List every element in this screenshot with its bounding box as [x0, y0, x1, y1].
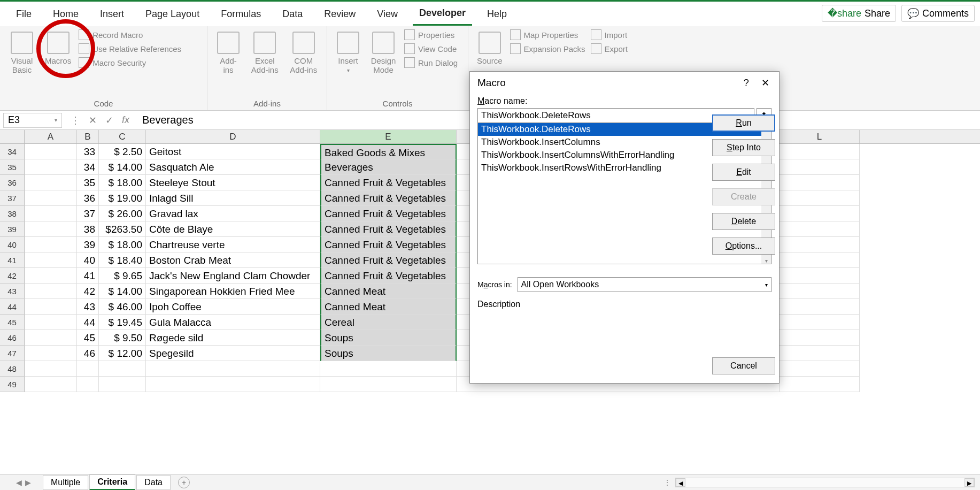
cell[interactable]: [25, 175, 77, 190]
cell[interactable]: Gravad lax: [146, 206, 320, 221]
excel-addins-button[interactable]: Excel Add-ins: [248, 29, 282, 76]
cell[interactable]: $ 9.65: [99, 268, 146, 284]
tab-file[interactable]: File: [10, 3, 38, 25]
macros-in-select[interactable]: All Open Workbooks ▾: [518, 277, 771, 292]
design-mode-button[interactable]: Design Mode: [368, 29, 399, 76]
cell[interactable]: [25, 361, 77, 377]
cell[interactable]: [780, 346, 860, 361]
record-macro-button[interactable]: Record Macro: [79, 29, 181, 40]
cell[interactable]: Soups: [320, 346, 457, 361]
tab-review[interactable]: Review: [318, 3, 362, 25]
cell[interactable]: [25, 159, 77, 175]
cell[interactable]: [77, 361, 99, 377]
comments-button[interactable]: 💬 Comments: [901, 5, 975, 22]
cell[interactable]: 39: [77, 237, 99, 252]
cell[interactable]: $ 18.00: [99, 175, 146, 190]
scroll-right-icon[interactable]: ▶: [964, 478, 974, 487]
cell[interactable]: $263.50: [99, 221, 146, 237]
import-button[interactable]: Import: [591, 29, 628, 40]
cell[interactable]: [780, 175, 860, 190]
map-properties-button[interactable]: Map Properties: [510, 29, 585, 40]
cell[interactable]: Inlagd Sill: [146, 190, 320, 206]
name-box[interactable]: E3 ▾: [3, 113, 62, 128]
cell[interactable]: [25, 346, 77, 361]
cell[interactable]: 38: [77, 221, 99, 237]
cancel-button[interactable]: Cancel: [712, 357, 775, 374]
cell[interactable]: Canned Fruit & Vegetables: [320, 252, 457, 268]
cell[interactable]: [25, 144, 77, 159]
cell[interactable]: Canned Meat: [320, 299, 457, 315]
scroll-down-icon[interactable]: ▾: [761, 258, 771, 264]
cell[interactable]: $ 19.00: [99, 190, 146, 206]
cell[interactable]: Canned Fruit & Vegetables: [320, 221, 457, 237]
select-all-corner[interactable]: [0, 130, 25, 143]
dialog-close-button[interactable]: ✕: [759, 75, 771, 90]
cell[interactable]: Chartreuse verte: [146, 237, 320, 252]
cell[interactable]: Steeleye Stout: [146, 175, 320, 190]
cell[interactable]: [780, 284, 860, 299]
cell[interactable]: 41: [77, 268, 99, 284]
cell[interactable]: Røgede sild: [146, 330, 320, 346]
tab-data[interactable]: Data: [276, 3, 309, 25]
step-into-button[interactable]: Step Into: [712, 139, 775, 156]
cell[interactable]: [780, 377, 860, 392]
cell[interactable]: [780, 159, 860, 175]
cell[interactable]: [780, 315, 860, 330]
fx-icon[interactable]: fx: [122, 114, 129, 126]
row-header[interactable]: 45: [0, 315, 25, 330]
row-header[interactable]: 41: [0, 252, 25, 268]
cell[interactable]: 34: [77, 159, 99, 175]
add-sheet-button[interactable]: +: [178, 477, 190, 488]
cell[interactable]: Geitost: [146, 144, 320, 159]
cell[interactable]: [25, 377, 77, 392]
col-header-e[interactable]: E: [320, 130, 457, 143]
cell[interactable]: 45: [77, 330, 99, 346]
source-button[interactable]: Source: [475, 29, 505, 67]
cell[interactable]: [780, 206, 860, 221]
cell[interactable]: [25, 299, 77, 315]
cell[interactable]: Soups: [320, 330, 457, 346]
cell[interactable]: 46: [77, 346, 99, 361]
cell[interactable]: [780, 221, 860, 237]
cell[interactable]: Singaporean Hokkien Fried Mee: [146, 284, 320, 299]
cell[interactable]: Canned Fruit & Vegetables: [320, 190, 457, 206]
row-header[interactable]: 44: [0, 299, 25, 315]
cell[interactable]: [780, 330, 860, 346]
cell[interactable]: 42: [77, 284, 99, 299]
expansion-packs-button[interactable]: Expansion Packs: [510, 43, 585, 54]
cell[interactable]: [146, 361, 320, 377]
cell[interactable]: Gula Malacca: [146, 315, 320, 330]
cell[interactable]: [780, 299, 860, 315]
cell[interactable]: [780, 361, 860, 377]
cell[interactable]: [25, 330, 77, 346]
cell[interactable]: $ 2.50: [99, 144, 146, 159]
sheet-tab-multiple[interactable]: Multiple: [43, 475, 88, 490]
cell[interactable]: Boston Crab Meat: [146, 252, 320, 268]
cell[interactable]: $ 9.50: [99, 330, 146, 346]
row-header[interactable]: 47: [0, 346, 25, 361]
col-header-a[interactable]: A: [25, 130, 77, 143]
cell[interactable]: [99, 361, 146, 377]
tab-formulas[interactable]: Formulas: [214, 3, 267, 25]
cell[interactable]: 44: [77, 315, 99, 330]
row-header[interactable]: 49: [0, 377, 25, 392]
run-dialog-button[interactable]: Run Dialog: [404, 57, 458, 68]
cell[interactable]: [320, 377, 457, 392]
macros-button[interactable]: Macros: [43, 29, 73, 67]
cell[interactable]: Jack's New England Clam Chowder: [146, 268, 320, 284]
share-button[interactable]: �share Share: [822, 5, 896, 22]
cell[interactable]: 37: [77, 206, 99, 221]
cell[interactable]: [25, 315, 77, 330]
row-header[interactable]: 36: [0, 175, 25, 190]
cell[interactable]: 36: [77, 190, 99, 206]
tab-home[interactable]: Home: [47, 3, 85, 25]
view-code-button[interactable]: View Code: [404, 43, 458, 54]
properties-button[interactable]: Properties: [404, 29, 458, 40]
options-button[interactable]: Options...: [712, 238, 775, 255]
cell[interactable]: Sasquatch Ale: [146, 159, 320, 175]
cell[interactable]: Canned Fruit & Vegetables: [320, 268, 457, 284]
tab-list-menu-icon[interactable]: ⋮: [663, 478, 671, 487]
cell[interactable]: $ 14.00: [99, 284, 146, 299]
cell[interactable]: $ 18.00: [99, 237, 146, 252]
enter-formula-icon[interactable]: ✓: [105, 114, 113, 126]
